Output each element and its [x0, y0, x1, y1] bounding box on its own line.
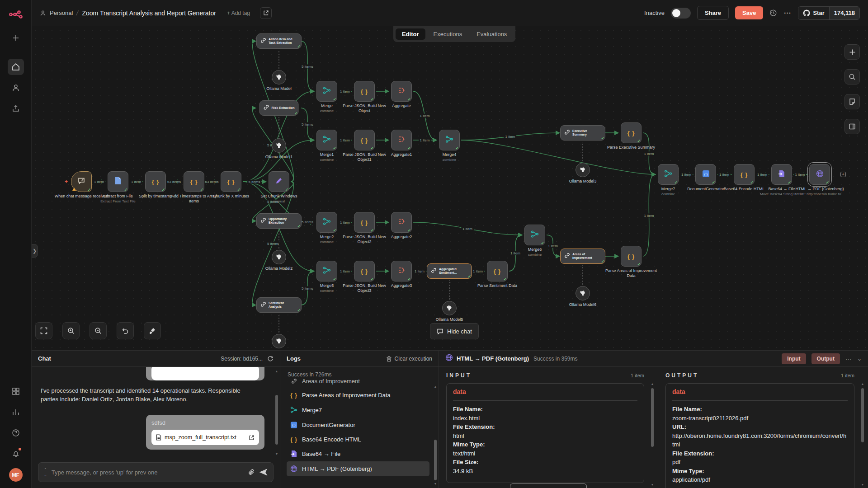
workflow-node-parsesent[interactable]: { }Parse Sentiment Data✓	[487, 261, 508, 282]
workflow-node-sent[interactable]: Sentiment Analysis✓	[256, 297, 302, 313]
sidebar-item-share[interactable]	[8, 100, 24, 117]
sidebar-item-overview[interactable]	[8, 59, 24, 75]
workflow-node-parseexec[interactable]: { }Parse Executive Summary✓	[621, 122, 642, 143]
workflow-node-setchunk[interactable]: Set Chunk Windowsmanual✓	[269, 171, 289, 192]
undo-button[interactable]	[117, 322, 134, 339]
more-options-icon[interactable]: ⋯	[783, 9, 792, 17]
tab-executions[interactable]: Executions	[427, 28, 469, 40]
output-scrollbar[interactable]: ▲▼	[861, 382, 864, 486]
workflow-node-addts[interactable]: { }Add Timestamps to Array Items✓	[184, 171, 204, 192]
sidebar-item-templates[interactable]	[8, 383, 24, 399]
add-node-button[interactable]	[844, 44, 860, 60]
tab-evaluations[interactable]: Evaluations	[470, 28, 513, 40]
clear-execution-button[interactable]: Clear execution	[386, 356, 432, 362]
workflow-canvas[interactable]: EditorExecutionsEvaluations When chat me…	[32, 26, 868, 350]
input-scrollbar[interactable]: ▲▼	[651, 382, 654, 486]
workflow-node-ollama6[interactable]: Ollama Model6	[576, 286, 590, 300]
log-item[interactable]: Merge7	[287, 402, 429, 418]
workflow-node-chunk[interactable]: { }Chunk by X minutes✓	[221, 171, 241, 192]
workflow-node-action[interactable]: Action Item and Task Extraction✓	[256, 33, 302, 49]
workflow-node-extract[interactable]: Extract from FileExtract From Text File✓	[108, 171, 128, 192]
hide-chat-button[interactable]: Hide chat	[430, 323, 479, 339]
workflow-node-trigger[interactable]: When chat message received✓+	[71, 171, 92, 192]
workflow-node-parse2[interactable]: { }Parse JSON, Build New Object2✓	[354, 212, 375, 233]
add-node-endpoint[interactable]: +	[840, 172, 846, 177]
workflow-node-ollama3[interactable]: Ollama Model3	[576, 163, 590, 177]
detail-more-icon[interactable]: ⋯	[845, 355, 852, 362]
breadcrumb-project[interactable]: Personal	[50, 9, 73, 16]
input-view-button[interactable]: Input	[782, 353, 806, 364]
open-editor-button[interactable]	[260, 7, 272, 19]
workflow-node-agg3[interactable]: Aggregate3✓	[391, 261, 412, 282]
github-star-widget[interactable]: Star 174,118	[798, 6, 860, 20]
workflow-node-parse[interactable]: { }Parse JSON, Build New Object✓	[354, 81, 375, 102]
workflow-node-docgen[interactable]: ( )DocumentGenerator✓	[695, 164, 716, 185]
workflow-node-agg2[interactable]: Aggregate2✓	[391, 212, 412, 233]
log-item[interactable]: { }Parse Areas of Improvement Data	[287, 388, 429, 402]
workflow-node-ollama[interactable]: Ollama Model	[272, 70, 286, 84]
log-item[interactable]: Areas of Improvement	[287, 374, 429, 388]
log-item[interactable]: { }Base64 Encode HTML	[287, 432, 429, 446]
chat-attachment-chip[interactable]: msp_zoom_full_transcript.txt	[151, 430, 259, 445]
workflow-node-ollama4[interactable]	[272, 334, 286, 348]
workflow-node-merge1[interactable]: Merge1combine✓	[316, 130, 337, 150]
zoom-in-button[interactable]	[62, 322, 80, 339]
workflow-node-merge4[interactable]: Merge4combine✓	[439, 130, 460, 150]
workflow-node-agg1[interactable]: Aggregate1✓	[391, 130, 412, 150]
log-item[interactable]: ( )DocumentGenerator	[287, 418, 429, 432]
workflow-node-merge2[interactable]: Merge2combine✓	[316, 212, 337, 233]
tab-editor[interactable]: Editor	[396, 28, 425, 40]
workflow-node-merge5[interactable]: Merge5combine✓	[316, 261, 337, 282]
workflow-node-ollama1[interactable]: Ollama Model1	[272, 138, 286, 153]
workflow-node-merge[interactable]: Mergecombine✓	[316, 81, 337, 102]
chat-input[interactable]	[52, 469, 244, 476]
workflow-node-agg[interactable]: Aggregate✓	[391, 81, 412, 102]
history-chevrons[interactable]: ⌃⌃	[44, 468, 47, 476]
workflow-node-ollama5[interactable]: Ollama Model5	[442, 301, 457, 315]
workflow-node-merge7[interactable]: Merge7combine✓	[658, 164, 679, 185]
logs-scrollbar[interactable]: ▲▼	[434, 385, 437, 485]
tidy-up-button[interactable]	[144, 322, 161, 339]
sidebar-item-users[interactable]	[8, 80, 24, 96]
workflow-node-split[interactable]: { }Split by timestamp✓	[145, 171, 166, 192]
fit-view-button[interactable]	[35, 322, 52, 339]
zoom-out-button[interactable]	[90, 322, 107, 339]
workflow-node-parseareas[interactable]: { }Parse Areas of Improvement Data✓	[621, 246, 642, 267]
workflow-node-aggsent[interactable]: Aggregated Sentiment...✓	[427, 263, 472, 279]
workflow-node-b64file[interactable]: Base64 → FileMove Base64 String to File✓	[771, 164, 792, 185]
log-item[interactable]: HTML → PDF (Gotenberg)	[287, 461, 429, 476]
chat-messages[interactable]: I've processed the transcript and identi…	[32, 367, 280, 458]
workflow-node-risk[interactable]: Risk Extraction✓	[259, 100, 299, 116]
output-view-button[interactable]: Output	[811, 353, 840, 364]
collapse-detail-icon[interactable]: ⌄	[857, 356, 862, 362]
workflow-node-b64html[interactable]: { }Base64 Encode HTML✓	[734, 164, 755, 185]
sidebar-item-help[interactable]	[8, 425, 24, 441]
chat-scrollbar[interactable]: ▲▼	[275, 370, 278, 455]
open-attachment-icon[interactable]	[249, 435, 255, 441]
workflow-node-parse3[interactable]: { }Parse JSON, Build New Object3✓	[354, 261, 375, 282]
workflow-node-htmlpdf[interactable]: HTML → PDF (Gotenberg)POST: http://obero…	[809, 164, 830, 185]
log-item[interactable]: Base64 → File	[287, 446, 429, 461]
history-icon[interactable]	[769, 9, 777, 17]
collapse-panel-handle[interactable]: ❯	[32, 244, 38, 258]
workflow-node-ollama2[interactable]: Ollama Model2	[272, 250, 286, 264]
workflow-title[interactable]: Zoom Transcript Analysis and Report Gene…	[82, 9, 216, 17]
user-avatar[interactable]: MF	[9, 468, 23, 482]
layout-panel-button[interactable]	[844, 119, 860, 134]
sticky-note-button[interactable]	[844, 94, 860, 109]
save-button[interactable]: Save	[735, 6, 763, 19]
sidebar-item-insights[interactable]	[8, 404, 24, 420]
workflow-node-exec[interactable]: Executive Summary✓	[560, 125, 605, 141]
reset-session-icon[interactable]	[267, 356, 274, 362]
workflow-node-opp[interactable]: Opportunity Extraction✓	[256, 213, 302, 229]
share-button[interactable]: Share	[697, 6, 729, 20]
attach-file-icon[interactable]	[248, 469, 255, 476]
send-message-icon[interactable]	[259, 469, 268, 476]
add-workflow-button[interactable]	[8, 30, 24, 46]
add-tag-button[interactable]: + Add tag	[227, 10, 250, 16]
notifications-bell[interactable]	[8, 446, 24, 462]
search-button[interactable]	[844, 69, 860, 84]
workflow-node-parse1[interactable]: { }Parse JSON, Build New Object1✓	[354, 130, 375, 150]
workflow-node-merge6[interactable]: Merge6combine✓	[524, 225, 545, 245]
activate-toggle[interactable]	[671, 8, 691, 19]
